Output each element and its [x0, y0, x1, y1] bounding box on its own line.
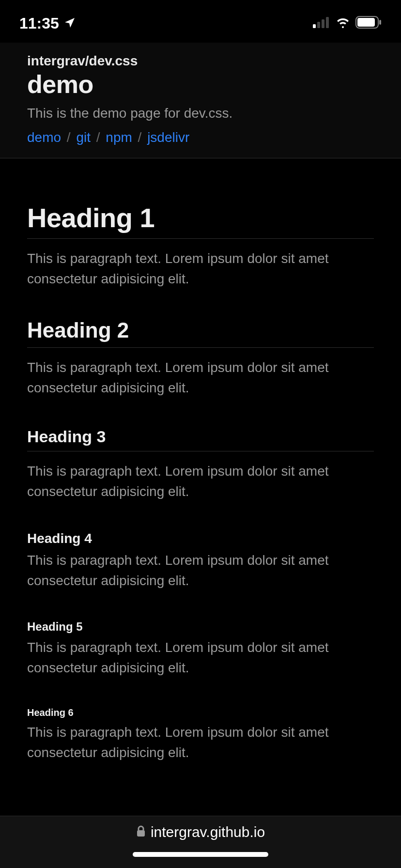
- header-title: demo: [27, 70, 374, 99]
- svg-rect-5: [357, 18, 375, 27]
- nav-link-jsdelivr[interactable]: jsdelivr: [147, 130, 189, 145]
- nav-link-demo[interactable]: demo: [27, 130, 61, 145]
- svg-rect-1: [317, 22, 320, 28]
- heading-1: Heading 1: [27, 202, 374, 239]
- paragraph-text: This is paragraph text. Lorem ipsum dolo…: [27, 550, 374, 591]
- main-content: Heading 1 This is paragraph text. Lorem …: [0, 158, 401, 802]
- status-bar-left: 11:35: [19, 15, 76, 32]
- heading-section-5: Heading 5 This is paragraph text. Lorem …: [27, 620, 374, 678]
- svg-rect-2: [322, 19, 324, 28]
- heading-section-6: Heading 6 This is paragraph text. Lorem …: [27, 707, 374, 763]
- nav-link-git[interactable]: git: [76, 130, 91, 145]
- status-time: 11:35: [19, 15, 59, 32]
- signal-icon: [313, 16, 330, 30]
- battery-icon: [355, 16, 382, 31]
- svg-rect-0: [313, 24, 316, 28]
- page-header: intergrav/dev.css demo This is the demo …: [0, 43, 401, 158]
- heading-5: Heading 5: [27, 620, 374, 634]
- heading-section-4: Heading 4 This is paragraph text. Lorem …: [27, 531, 374, 591]
- heading-2: Heading 2: [27, 318, 374, 348]
- nav-link-npm[interactable]: npm: [106, 130, 132, 145]
- heading-4: Heading 4: [27, 531, 374, 546]
- header-description: This is the demo page for dev.css.: [27, 106, 374, 121]
- url-domain: intergrav.github.io: [151, 824, 265, 840]
- paragraph-text: This is paragraph text. Lorem ipsum dolo…: [27, 461, 374, 502]
- home-indicator[interactable]: [133, 852, 268, 857]
- paragraph-text: This is paragraph text. Lorem ipsum dolo…: [27, 248, 374, 289]
- svg-rect-7: [137, 830, 145, 837]
- header-subtitle: intergrav/dev.css: [27, 53, 374, 69]
- lock-icon: [136, 824, 146, 840]
- heading-section-3: Heading 3 This is paragraph text. Lorem …: [27, 427, 374, 502]
- status-bar-right: [313, 16, 382, 31]
- header-nav: demo / git / npm / jsdelivr: [27, 130, 374, 145]
- nav-separator: /: [138, 130, 142, 145]
- heading-section-2: Heading 2 This is paragraph text. Lorem …: [27, 318, 374, 398]
- url-text: intergrav.github.io: [136, 824, 265, 840]
- paragraph-text: This is paragraph text. Lorem ipsum dolo…: [27, 357, 374, 398]
- heading-3: Heading 3: [27, 427, 374, 451]
- svg-rect-3: [326, 17, 329, 28]
- nav-separator: /: [96, 130, 100, 145]
- location-arrow-icon: [64, 15, 76, 32]
- status-bar: 11:35: [0, 0, 401, 43]
- svg-rect-6: [379, 20, 381, 25]
- nav-separator: /: [67, 130, 71, 145]
- wifi-icon: [335, 16, 351, 30]
- heading-section-1: Heading 1 This is paragraph text. Lorem …: [27, 202, 374, 289]
- heading-6: Heading 6: [27, 707, 374, 718]
- browser-url-bar[interactable]: intergrav.github.io: [0, 816, 401, 868]
- paragraph-text: This is paragraph text. Lorem ipsum dolo…: [27, 722, 374, 763]
- paragraph-text: This is paragraph text. Lorem ipsum dolo…: [27, 637, 374, 678]
